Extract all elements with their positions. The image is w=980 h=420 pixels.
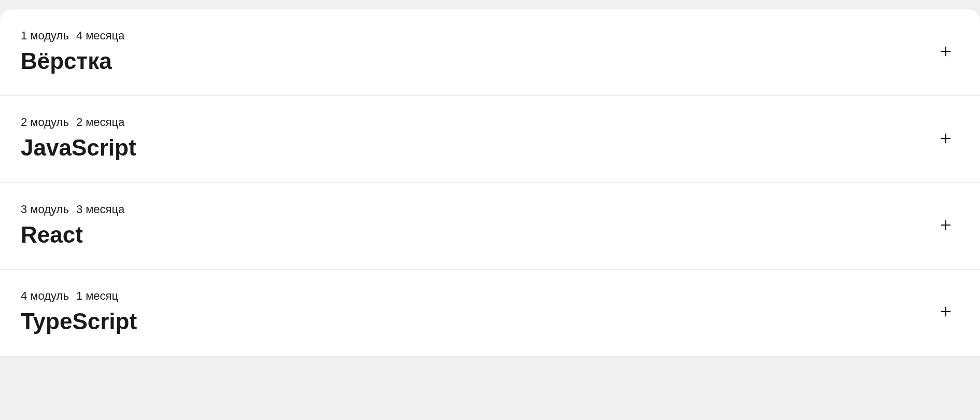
module-duration-label: 3 месяца [76,203,124,216]
module-number-label: 4 модуль [21,289,69,303]
module-duration-label: 4 месяца [76,29,124,43]
module-duration-label: 2 месяца [76,116,124,129]
module-row-typescript[interactable]: 4 модуль 1 месяц TypeScript [0,270,980,356]
module-title: TypeScript [21,309,137,334]
module-number-label: 3 модуль [21,203,69,216]
plus-icon [939,218,953,232]
module-content: 3 модуль 3 месяца React [21,203,124,247]
module-row-javascript[interactable]: 2 модуль 2 месяца JavaScript [0,96,980,183]
module-meta: 4 модуль 1 месяц [21,289,137,303]
module-meta: 2 модуль 2 месяца [21,116,136,129]
plus-icon [939,304,953,319]
module-title: Вёрстка [21,49,124,74]
module-row-react[interactable]: 3 модуль 3 месяца React [0,183,980,270]
module-meta: 1 модуль 4 месяца [21,29,124,43]
module-number-label: 2 модуль [21,116,69,129]
module-title: React [21,222,124,247]
module-list: 1 модуль 4 месяца Вёрстка 2 модуль 2 мес… [0,9,980,357]
module-content: 4 модуль 1 месяц TypeScript [21,289,137,334]
module-number-label: 1 модуль [21,29,69,43]
plus-icon [939,131,953,146]
module-content: 1 модуль 4 месяца Вёрстка [21,29,124,74]
module-title: JavaScript [21,135,136,160]
module-duration-label: 1 месяц [76,289,118,303]
plus-icon [939,44,953,59]
module-row-verstka[interactable]: 1 модуль 4 месяца Вёрстка [0,9,980,96]
module-meta: 3 модуль 3 месяца [21,203,124,216]
module-content: 2 модуль 2 месяца JavaScript [21,116,136,160]
